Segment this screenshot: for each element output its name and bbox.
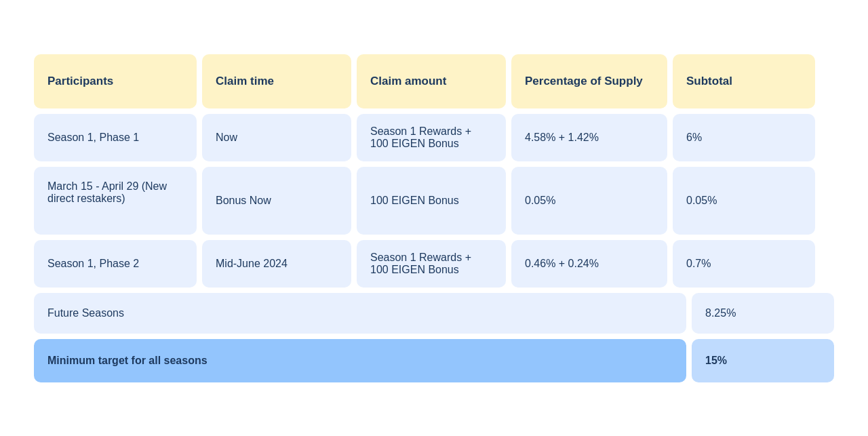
- row1-participants: Season 1, Phase 1: [34, 114, 197, 161]
- row2-claim-time: Bonus Now: [202, 167, 351, 235]
- footer-subtotal: 15%: [692, 339, 834, 382]
- row2-subtotal: 0.05%: [673, 167, 815, 235]
- future-subtotal: 8.25%: [692, 293, 834, 334]
- header-row: Participants Claim time Claim amount Per…: [34, 54, 834, 108]
- row1-subtotal: 6%: [673, 114, 815, 161]
- table-container: Participants Claim time Claim amount Per…: [34, 54, 834, 382]
- row3-subtotal: 0.7%: [673, 240, 815, 288]
- future-row: Future Seasons 8.25%: [34, 293, 834, 334]
- row3-claim-amount: Season 1 Rewards + 100 EIGEN Bonus: [357, 240, 506, 288]
- data-row-3: Season 1, Phase 2 Mid-June 2024 Season 1…: [34, 240, 834, 288]
- header-participants: Participants: [34, 54, 197, 108]
- row1-claim-time: Now: [202, 114, 351, 161]
- row2-participants: March 15 - April 29 (New direct restaker…: [34, 167, 197, 235]
- footer-label: Minimum target for all seasons: [34, 339, 686, 382]
- row2-percentage-supply: 0.05%: [511, 167, 667, 235]
- header-claim-time: Claim time: [202, 54, 351, 108]
- data-row-1: Season 1, Phase 1 Now Season 1 Rewards +…: [34, 114, 834, 161]
- header-subtotal: Subtotal: [673, 54, 815, 108]
- data-row-2: March 15 - April 29 (New direct restaker…: [34, 167, 834, 235]
- row1-claim-amount: Season 1 Rewards + 100 EIGEN Bonus: [357, 114, 506, 161]
- future-label: Future Seasons: [34, 293, 686, 334]
- header-percentage-supply: Percentage of Supply: [511, 54, 667, 108]
- row3-participants: Season 1, Phase 2: [34, 240, 197, 288]
- table-grid: Participants Claim time Claim amount Per…: [34, 54, 834, 382]
- row2-claim-amount: 100 EIGEN Bonus: [357, 167, 506, 235]
- row3-claim-time: Mid-June 2024: [202, 240, 351, 288]
- header-claim-amount: Claim amount: [357, 54, 506, 108]
- row1-percentage-supply: 4.58% + 1.42%: [511, 114, 667, 161]
- footer-row: Minimum target for all seasons 15%: [34, 339, 834, 382]
- row3-percentage-supply: 0.46% + 0.24%: [511, 240, 667, 288]
